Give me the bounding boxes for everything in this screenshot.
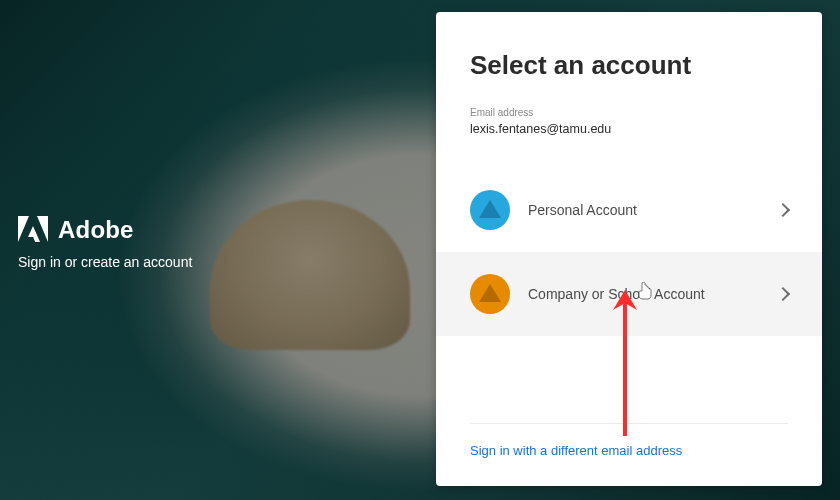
card-title: Select an account [470,50,788,81]
option-personal-account[interactable]: Personal Account [436,168,822,252]
adobe-logo-icon [18,216,48,244]
different-email-link[interactable]: Sign in with a different email address [470,443,682,458]
brand-block: Adobe [18,216,134,244]
option-label: Company or School Account [528,286,778,302]
account-options: Personal Account Company or School Accou… [436,168,822,336]
email-label: Email address [470,107,788,118]
account-select-card: Select an account Email address lexis.fe… [436,12,822,486]
brand-name: Adobe [58,216,134,244]
personal-account-icon [470,190,510,230]
chevron-right-icon [776,203,790,217]
option-company-school-account[interactable]: Company or School Account [436,252,822,336]
brand-tagline: Sign in or create an account [18,254,192,270]
chevron-right-icon [776,287,790,301]
company-school-account-icon [470,274,510,314]
divider [470,423,788,424]
email-value: lexis.fentanes@tamu.edu [470,122,788,136]
option-label: Personal Account [528,202,778,218]
